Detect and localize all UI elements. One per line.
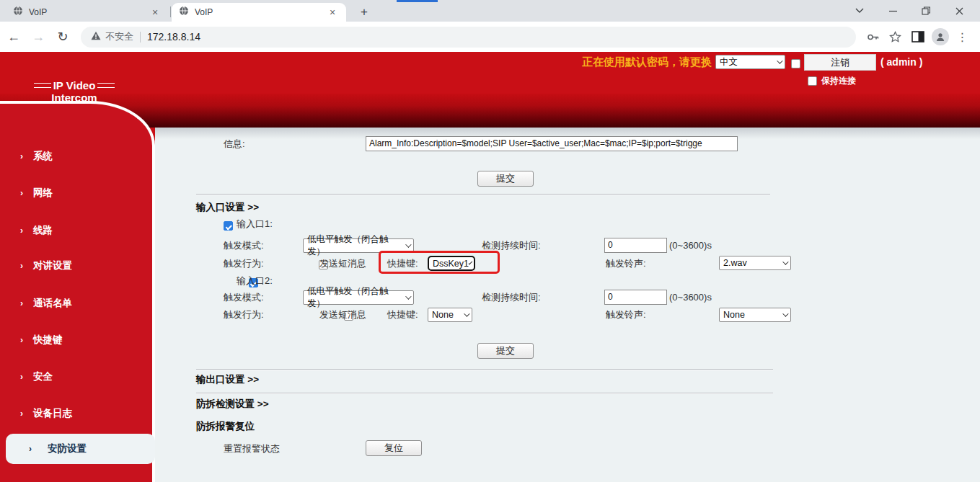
trigger-mode-select-1[interactable]: 低电平触发（闭合触发）	[303, 238, 414, 253]
hotkey-select-2[interactable]: None	[428, 308, 472, 322]
trigger-mode-value: 低电平触发（闭合触发）	[307, 285, 405, 310]
section-divider	[196, 194, 770, 195]
ring-label: 触发铃声:	[606, 256, 646, 271]
language-select[interactable]: 中文	[715, 55, 785, 69]
trigger-action-label: 触发行为:	[224, 256, 264, 271]
trigger-mode-label: 触发模式:	[224, 290, 264, 305]
side-panel-icon[interactable]	[906, 26, 929, 48]
logo-line-decoration	[34, 83, 51, 88]
hotkey-select-1[interactable]: DssKey1	[428, 256, 475, 271]
sidebar-item-calllist[interactable]: ›通话名单	[0, 296, 152, 311]
logout-button[interactable]: 注销	[804, 54, 876, 71]
browser-menu-icon[interactable]: ⋮	[951, 26, 974, 48]
reset-button[interactable]: 复位	[366, 440, 422, 456]
password-key-icon[interactable]	[862, 26, 884, 48]
tab-close-icon[interactable]: ×	[149, 6, 162, 18]
input-port-section-title: 输入口设置 >>	[196, 200, 259, 215]
url-text[interactable]: 172.18.8.14	[147, 31, 200, 43]
trigger-mode-select-2[interactable]: 低电平触发（闭合触发）	[303, 290, 414, 305]
sidebar-item-security[interactable]: ›安全	[0, 370, 152, 384]
duration-hint: (0~3600)s	[669, 290, 712, 305]
submit-label: 提交	[496, 172, 515, 185]
sidebar-item-hotkey[interactable]: ›快捷键	[0, 333, 152, 347]
tamper-section-title[interactable]: 防拆检测设置 >>	[196, 397, 269, 411]
sidebar-item-label: 安全	[33, 370, 53, 383]
input1-enable-checkbox[interactable]	[224, 221, 233, 231]
minimize-icon[interactable]	[876, 0, 909, 22]
submit-button-ports[interactable]: 提交	[477, 343, 534, 359]
chevron-right-icon: ›	[20, 372, 23, 382]
tab-voip-2-active[interactable]: VoIP ×	[172, 3, 346, 22]
address-divider	[140, 32, 141, 43]
ring-select-1[interactable]: 2.wav	[719, 256, 791, 270]
sidebar-item-label: 设备日志	[33, 407, 72, 420]
chevron-right-icon: ›	[20, 261, 23, 271]
keep-alive-row: 保持连接	[808, 75, 856, 87]
address-bar[interactable]: 不安全 172.18.8.14	[81, 27, 856, 48]
tab-search-chevron-icon[interactable]	[843, 0, 876, 22]
globe-favicon-icon	[13, 6, 23, 19]
submit-button-info[interactable]: 提交	[477, 171, 534, 187]
tab-title: VoIP	[29, 7, 149, 17]
reset-state-label: 重置报警状态	[224, 442, 280, 456]
duration-input-2[interactable]: 0	[604, 290, 667, 305]
send-sms-label: 发送短消息	[319, 256, 366, 271]
chevron-right-icon: ›	[20, 409, 23, 419]
insecure-warning-icon	[91, 30, 101, 43]
sidebar-item-line[interactable]: ›线路	[0, 223, 152, 238]
tab-close-icon[interactable]: ×	[326, 6, 339, 18]
voip-web-page: 正在使用默认密码，请更换 中文 注销 ( admin ) 保持连接 IP Vid…	[0, 52, 980, 482]
close-window-icon[interactable]	[943, 0, 976, 22]
forward-icon[interactable]: →	[27, 26, 49, 48]
header-checkbox[interactable]	[791, 59, 800, 68]
sidebar-item-system[interactable]: ›系统	[0, 149, 152, 164]
duration-label: 检测持续时间:	[482, 290, 541, 305]
security-label[interactable]: 不安全	[105, 30, 133, 43]
hotkey-value: DssKey1	[433, 259, 469, 269]
section-divider	[196, 393, 773, 394]
sidebar-item-devicelog[interactable]: ›设备日志	[0, 406, 152, 421]
sidebar-item-label: 系统	[33, 150, 53, 163]
logo-text-1: IP Video	[53, 79, 96, 92]
duration-input-1[interactable]: 0	[604, 238, 667, 253]
restore-icon[interactable]	[909, 0, 943, 22]
send-sms-label: 发送短消息	[319, 308, 366, 322]
sidebar-item-security-settings-active[interactable]: ›安防设置	[6, 434, 155, 464]
globe-favicon-icon	[179, 6, 189, 19]
default-password-warning: 正在使用默认密码，请更换	[505, 55, 712, 69]
main-content: 信息: Alarm_Info:Description=$model;SIP Us…	[155, 128, 980, 482]
trigger-action-label: 触发行为:	[224, 308, 264, 322]
back-icon[interactable]: ←	[3, 26, 25, 48]
chevron-right-icon: ›	[20, 335, 23, 345]
tab-voip-1[interactable]: VoIP ×	[6, 3, 169, 22]
blue-strip-decoration	[397, 0, 438, 2]
ring-value: None	[723, 310, 745, 320]
tab-separator	[170, 6, 171, 17]
reset-label: 复位	[384, 442, 403, 455]
ring-value: 2.wav	[723, 258, 747, 268]
keep-alive-checkbox[interactable]	[808, 76, 817, 86]
duration-hint: (0~3600)s	[669, 238, 712, 253]
chevron-right-icon: ›	[20, 188, 23, 198]
chevron-right-icon: ›	[20, 298, 23, 308]
tab-title: VoIP	[195, 7, 326, 17]
chevron-right-icon: ›	[20, 226, 23, 236]
language-value: 中文	[720, 56, 738, 68]
sidebar-item-network[interactable]: ›网络	[0, 186, 152, 200]
admin-user-label: ( admin )	[880, 56, 922, 68]
sidebar-item-label: 快捷键	[33, 334, 63, 347]
sidebar-item-intercom[interactable]: ›对讲设置	[0, 259, 152, 273]
info-input[interactable]: Alarm_Info:Description=$model;SIP User=$…	[366, 136, 738, 151]
ring-select-2[interactable]: None	[719, 308, 791, 322]
profile-avatar-icon[interactable]	[929, 26, 951, 48]
output-port-section-title[interactable]: 输出口设置 >>	[196, 372, 259, 387]
sidebar-item-label: 安防设置	[48, 442, 87, 455]
sidebar-item-label: 对讲设置	[33, 259, 72, 272]
new-tab-button[interactable]: +	[355, 4, 374, 22]
reload-icon[interactable]: ↻	[52, 26, 74, 48]
ring-label: 触发铃声:	[606, 308, 646, 322]
bookmark-star-icon[interactable]	[884, 26, 906, 48]
section-divider	[196, 369, 773, 370]
sidebar-nav: ›系统 ›网络 ›线路 ›对讲设置 ›通话名单 ›快捷键 ›安全 ›设备日志 ›…	[0, 101, 155, 482]
tab-bar: VoIP × VoIP × +	[0, 0, 980, 22]
